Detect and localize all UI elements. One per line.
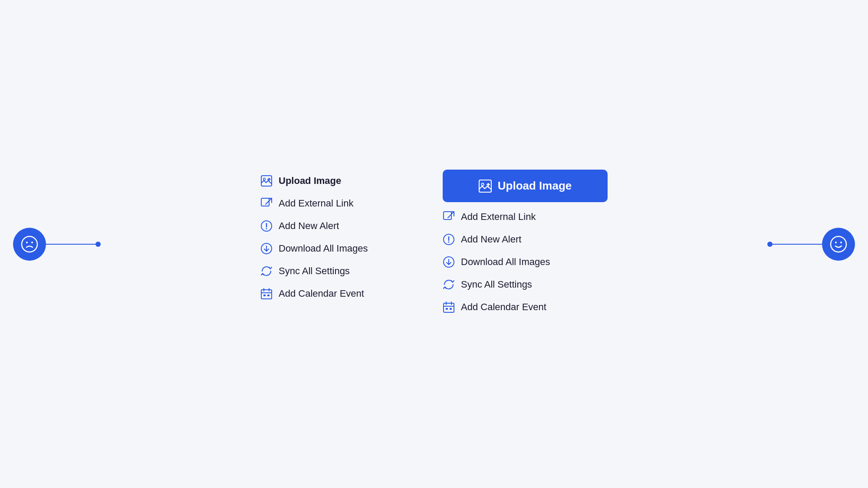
download-circle-icon-left (260, 242, 273, 255)
calendar-icon-right (443, 301, 455, 313)
svg-point-2 (31, 242, 33, 243)
svg-point-22 (835, 242, 837, 243)
svg-point-4 (263, 178, 266, 180)
svg-rect-11 (267, 295, 270, 296)
image-upload-icon (260, 175, 273, 187)
right-add-new-alert-item[interactable]: Add New Alert (443, 228, 608, 251)
panels-wrapper: Upload Image Add External Link Add New (260, 170, 608, 318)
left-add-new-alert-item[interactable]: Add New Alert (260, 215, 408, 237)
svg-point-1 (26, 242, 28, 243)
calendar-icon-left (260, 288, 273, 300)
svg-rect-12 (479, 180, 491, 192)
right-sync-all-settings-item[interactable]: Sync All Settings (443, 273, 608, 296)
left-download-all-images-label: Download All Images (279, 243, 368, 254)
right-panel: Upload Image Add External Link Add New (443, 170, 608, 318)
svg-point-23 (840, 242, 842, 243)
right-connector (770, 228, 855, 261)
right-add-calendar-event-item[interactable]: Add Calendar Event (443, 296, 608, 318)
left-download-all-images-item[interactable]: Download All Images (260, 237, 408, 260)
right-download-all-images-label: Download All Images (461, 256, 550, 268)
right-add-external-link-item[interactable]: Add External Link (443, 206, 608, 228)
happy-face-icon (830, 236, 847, 253)
right-add-calendar-event-label: Add Calendar Event (461, 301, 546, 313)
right-add-new-alert-label: Add New Alert (461, 234, 521, 245)
external-link-icon-right (443, 211, 455, 223)
left-connector-line (46, 244, 98, 245)
right-add-external-link-label: Add External Link (461, 211, 536, 223)
alert-icon-right (443, 233, 455, 246)
download-circle-icon-right (443, 256, 455, 268)
left-add-new-alert-label: Add New Alert (279, 220, 339, 232)
upload-image-button-icon (479, 180, 492, 193)
svg-rect-20 (450, 308, 452, 310)
left-upload-image-label: Upload Image (279, 175, 341, 187)
left-add-calendar-event-label: Add Calendar Event (279, 288, 364, 299)
svg-rect-9 (261, 290, 272, 299)
svg-point-16 (448, 242, 450, 243)
svg-rect-19 (446, 308, 448, 310)
right-download-all-images-item[interactable]: Download All Images (443, 251, 608, 273)
left-upload-image-item[interactable]: Upload Image (260, 170, 408, 192)
left-add-external-link-label: Add External Link (279, 198, 353, 209)
svg-point-13 (481, 183, 484, 186)
left-add-calendar-event-item[interactable]: Add Calendar Event (260, 282, 408, 305)
left-panel: Upload Image Add External Link Add New (260, 170, 408, 305)
left-connector-dot (95, 242, 101, 247)
left-connector (13, 228, 98, 261)
svg-point-0 (22, 236, 37, 252)
external-link-icon-left (260, 197, 273, 210)
upload-image-button[interactable]: Upload Image (443, 170, 608, 202)
sync-icon-right (443, 278, 455, 291)
sad-face-circle (13, 228, 46, 261)
page-container: Upload Image Add External Link Add New (0, 0, 868, 488)
right-sync-all-settings-label: Sync All Settings (461, 279, 532, 290)
svg-rect-18 (444, 303, 454, 312)
sync-icon-left (260, 265, 273, 277)
left-sync-all-settings-item[interactable]: Sync All Settings (260, 260, 408, 282)
upload-image-button-label: Upload Image (498, 179, 572, 193)
svg-rect-10 (263, 295, 266, 296)
svg-point-21 (831, 236, 846, 252)
svg-point-7 (266, 228, 267, 229)
sad-face-icon (21, 236, 38, 253)
left-add-external-link-item[interactable]: Add External Link (260, 192, 408, 215)
right-connector-line (770, 244, 822, 245)
happy-face-circle (822, 228, 855, 261)
alert-icon-left (260, 220, 273, 232)
left-sync-all-settings-label: Sync All Settings (279, 265, 350, 277)
right-connector-dot (767, 242, 773, 247)
